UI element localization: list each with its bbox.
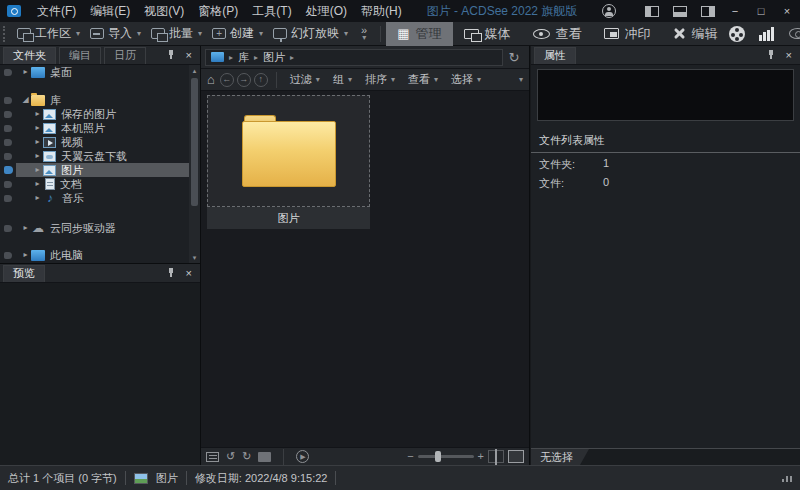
zoom-slider[interactable] (418, 455, 474, 458)
menu-tools[interactable]: 工具(T) (245, 0, 298, 22)
mode-tab-manage[interactable]: ▦ 管理 (386, 22, 452, 46)
expander-icon[interactable]: ▸ (20, 65, 31, 79)
toolbar-options-chevron-icon[interactable]: ▾ (519, 75, 523, 84)
select-menu[interactable]: 选择 ▾ (446, 72, 486, 87)
expander-icon[interactable]: ▸ (32, 107, 43, 121)
home-icon[interactable]: ⌂ (207, 72, 215, 87)
resize-grip-icon[interactable] (782, 474, 792, 482)
group-menu[interactable]: 组 ▾ (328, 72, 357, 87)
expander-icon[interactable]: ▸ (32, 163, 43, 177)
expander-icon[interactable]: ▸ (20, 248, 31, 262)
mode-tab-edit[interactable]: 编辑 (662, 22, 729, 46)
mode-tab-print[interactable]: 冲印 (593, 22, 662, 46)
user-account-icon[interactable] (602, 4, 616, 18)
scroll-up-icon[interactable]: ▴ (189, 65, 200, 76)
breadcrumb[interactable]: ▸ 库 ▸ 图片 ▸ (205, 49, 503, 66)
batch-button[interactable]: 批量 ▾ (146, 22, 207, 46)
metadata-icon[interactable] (206, 452, 219, 462)
tab-no-selection[interactable]: 无选择 (531, 449, 589, 465)
menu-view[interactable]: 视图(V) (137, 0, 191, 22)
easy-select-button[interactable] (0, 181, 16, 188)
easy-select-button[interactable] (0, 97, 16, 104)
expander-icon[interactable]: ▸ (20, 221, 31, 235)
tree-item-videos[interactable]: ▸ 视频 (0, 135, 189, 149)
layout-right-pane-button[interactable] (694, 0, 722, 22)
mode-tab-view[interactable]: 查看 (522, 22, 593, 46)
zoom-out-icon[interactable]: − (407, 451, 413, 462)
expander-icon[interactable]: ▸ (32, 121, 43, 135)
tree-item-cloud-sync-drive[interactable]: ▸ ☁ 云同步驱动器 (0, 221, 189, 235)
thumbnail-view-button[interactable] (488, 450, 504, 463)
close-icon[interactable]: × (186, 268, 192, 279)
mode-tab-media[interactable]: 媒体 (453, 22, 522, 46)
scroll-down-icon[interactable]: ▾ (189, 252, 200, 263)
minimize-button[interactable]: − (722, 0, 748, 22)
folder-tile-pictures[interactable]: 图片 (207, 95, 370, 229)
tree-item-cloud-download[interactable]: ▸ 天翼云盘下载 (0, 149, 189, 163)
tree-item-documents[interactable]: ▸ 文档 (0, 177, 189, 191)
tree-item-saved-pictures[interactable]: ▸ 保存的图片 (0, 107, 189, 121)
expander-icon[interactable]: ▸ (32, 135, 43, 149)
forward-button[interactable]: → (237, 73, 251, 87)
view-menu[interactable]: 查看 ▾ (403, 72, 443, 87)
film-reel-icon[interactable] (729, 26, 745, 42)
easy-select-button[interactable] (0, 166, 16, 174)
menu-pane[interactable]: 窗格(P) (191, 0, 245, 22)
tree-item-this-pc[interactable]: ▸ 此电脑 (0, 248, 189, 262)
close-button[interactable]: × (774, 0, 800, 22)
import-button[interactable]: 导入 ▾ (85, 22, 146, 46)
tab-properties[interactable]: 属性 (534, 47, 576, 64)
tab-catalog[interactable]: 编目 (59, 47, 101, 64)
expander-icon[interactable]: ▸ (32, 149, 43, 163)
pin-icon[interactable] (167, 50, 175, 60)
maximize-button[interactable]: □ (748, 0, 774, 22)
filter-menu[interactable]: 过滤 ▾ (285, 72, 325, 87)
toolbar-grip[interactable] (3, 26, 8, 42)
up-button[interactable]: ↑ (254, 73, 268, 87)
filmstrip-icon[interactable] (258, 452, 271, 462)
file-list-area[interactable]: 图片 (201, 91, 529, 447)
acdsee-365-eye-icon[interactable] (789, 28, 800, 39)
menu-help[interactable]: 帮助(H) (354, 0, 409, 22)
easy-select-button[interactable] (0, 195, 16, 202)
create-button[interactable]: 创建 ▾ (207, 22, 268, 46)
expander-icon[interactable]: ▸ (32, 177, 43, 191)
scrollbar-thumb[interactable] (191, 78, 198, 206)
slideshow-button[interactable]: 幻灯放映 ▾ (268, 22, 353, 46)
toolbar-overflow-button[interactable]: » ▾ (353, 27, 375, 41)
tab-preview[interactable]: 预览 (3, 265, 45, 282)
easy-select-button[interactable] (0, 125, 16, 132)
layout-left-pane-button[interactable] (638, 0, 666, 22)
details-view-button[interactable] (508, 450, 524, 463)
workspace-button[interactable]: 工作区 ▾ (12, 22, 85, 46)
expander-icon[interactable]: ◢ (20, 93, 31, 107)
tree-item-desktop[interactable]: ▸ 桌面 (0, 65, 189, 79)
easy-select-button[interactable] (0, 69, 16, 76)
tree-item-local-photos[interactable]: ▸ 本机照片 (0, 121, 189, 135)
rotate-left-icon[interactable]: ↺ (226, 451, 235, 462)
autoplay-icon[interactable]: ▶ (296, 450, 309, 463)
easy-select-button[interactable] (0, 111, 16, 118)
rotate-right-icon[interactable]: ↻ (242, 451, 251, 462)
easy-select-button[interactable] (0, 153, 16, 160)
menu-edit[interactable]: 编辑(E) (83, 0, 137, 22)
folder-thumbnail[interactable] (207, 95, 370, 207)
computer-icon[interactable] (211, 52, 224, 62)
pin-icon[interactable] (767, 50, 775, 60)
back-button[interactable]: ← (220, 73, 234, 87)
dashboard-chart-icon[interactable] (759, 27, 775, 41)
tree-item-library[interactable]: ◢ 库 (0, 93, 189, 107)
tree-item-music[interactable]: ▸ ♪ 音乐 (0, 191, 189, 205)
refresh-icon[interactable]: ↻ (503, 47, 525, 68)
breadcrumb-item-library[interactable]: 库 (238, 50, 249, 65)
easy-select-button[interactable] (0, 252, 16, 259)
expander-icon[interactable]: ▸ (32, 191, 43, 205)
easy-select-button[interactable] (0, 139, 16, 146)
close-icon[interactable]: × (186, 50, 192, 61)
tab-folders[interactable]: 文件夹 (3, 47, 56, 64)
tree-scrollbar[interactable]: ▴ ▾ (189, 65, 200, 263)
breadcrumb-item-pictures[interactable]: 图片 (263, 50, 285, 65)
close-icon[interactable]: × (786, 50, 792, 61)
pin-icon[interactable] (167, 268, 175, 278)
menu-process[interactable]: 处理(O) (299, 0, 354, 22)
